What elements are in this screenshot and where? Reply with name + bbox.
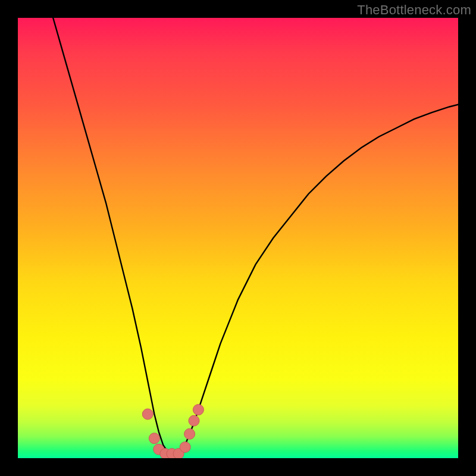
bottleneck-curve-svg — [18, 18, 458, 458]
curve-marker — [184, 428, 195, 439]
curve-marker — [180, 442, 190, 453]
curve-marker — [149, 433, 159, 444]
curve-marker — [142, 409, 153, 419]
curve-markers — [142, 405, 203, 458]
chart-frame: TheBottleneck.com — [0, 0, 476, 476]
watermark-text: TheBottleneck.com — [357, 2, 471, 18]
plot-area — [18, 18, 458, 458]
curve-marker — [189, 415, 199, 426]
curve-marker — [193, 405, 203, 415]
bottleneck-curve — [53, 18, 458, 454]
